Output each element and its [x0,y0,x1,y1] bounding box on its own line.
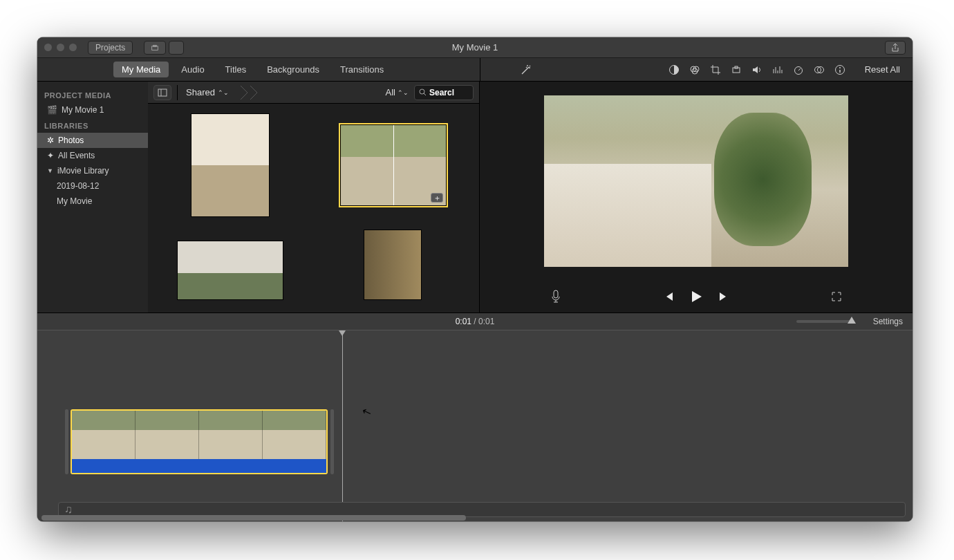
playback-controls [480,281,913,312]
skimmer-line [393,125,394,205]
current-time: 0:01 [456,317,471,326]
sidebar-item-event-date[interactable]: 2019-08-12 [37,178,148,194]
viewer-pane [480,82,913,312]
sidebar-item-label: All Events [58,151,95,160]
tab-transitions[interactable]: Transitions [332,62,392,77]
tab-audio[interactable]: Audio [173,62,212,77]
color-balance-icon[interactable] [668,64,680,75]
upper-pane: PROJECT MEDIA 🎬 My Movie 1 LIBRARIES ✲ P… [37,82,913,312]
import-button[interactable] [144,41,166,55]
dropdown-label: Shared [186,87,215,97]
dropdown-label: All [386,87,395,97]
viewer-canvas [480,82,913,281]
clip-trim-handle-left[interactable] [65,409,68,474]
window-controls[interactable] [44,44,77,51]
sidebar: PROJECT MEDIA 🎬 My Movie 1 LIBRARIES ✲ P… [37,82,148,312]
tab-my-media[interactable]: My Media [113,62,169,77]
enhance-wand-icon[interactable] [520,64,532,76]
timeline-clip[interactable] [71,409,328,474]
titlebar: Projects My Movie 1 [37,37,913,58]
breadcrumb [240,85,259,100]
add-to-timeline-button[interactable]: ＋ [431,193,443,203]
projects-button[interactable]: Projects [88,41,133,55]
download-button[interactable] [169,41,184,55]
timecode-display: 0:01 / 0:01 [456,317,495,326]
tab-backgrounds[interactable]: Backgrounds [259,62,328,77]
sidebar-item-movie[interactable]: 🎬 My Movie 1 [37,102,148,118]
disclosure-triangle-icon[interactable]: ▼ [47,167,53,174]
info-icon[interactable] [834,64,845,75]
media-thumbnails[interactable]: ＋ [148,104,479,312]
project-media-header: PROJECT MEDIA [37,87,148,102]
filter-all-dropdown[interactable]: All ⌃⌄ [386,87,409,97]
clapboard-icon: 🎬 [47,105,57,115]
media-thumb-building[interactable] [177,241,283,300]
sidebar-item-event-my-movie[interactable]: My Movie [37,194,148,209]
clip-audio-track[interactable] [72,459,326,473]
media-thumb-garden[interactable]: ＋ [340,124,447,206]
sidebar-item-label: My Movie [57,196,92,206]
share-icon [891,43,899,53]
voiceover-mic-button[interactable] [550,290,561,304]
sidebar-icon [158,88,167,97]
volume-icon[interactable] [751,64,763,75]
share-button[interactable] [885,41,906,55]
zoom-icon[interactable] [69,44,77,51]
chevron-right-icon [240,85,250,100]
sidebar-item-label: My Movie 1 [62,105,104,115]
reset-all-button[interactable]: Reset All [865,64,900,75]
timeline-settings-button[interactable]: Settings [873,317,903,326]
media-thumb-room[interactable] [191,113,270,217]
close-icon[interactable] [44,44,52,51]
imovie-window: Projects My Movie 1 My Media Audio Title… [37,37,913,521]
tab-titles[interactable]: Titles [217,62,255,77]
play-button[interactable] [689,290,703,304]
sidebar-item-all-events[interactable]: ✦ All Events [37,148,148,163]
crop-icon[interactable] [710,64,721,75]
star-icon: ✦ [47,151,54,160]
filters-icon[interactable] [814,64,825,75]
timecode-bar: 0:01 / 0:01 Settings [37,312,913,330]
shared-dropdown[interactable]: Shared ⌃⌄ [183,86,232,99]
media-browser: Shared ⌃⌄ All ⌃⌄ [148,82,480,312]
total-time: 0:01 [478,317,494,326]
stabilize-icon[interactable] [731,64,742,75]
svg-rect-13 [158,89,167,96]
clip-frames [72,411,326,459]
minimize-icon[interactable] [57,44,64,51]
sidebar-item-photos[interactable]: ✲ Photos [37,133,148,148]
next-button[interactable] [718,291,729,302]
sidebar-item-label: Photos [58,136,84,145]
zoom-slider[interactable] [796,320,852,323]
toggle-sidebar-button[interactable] [153,85,171,100]
svg-rect-17 [554,290,558,298]
chevron-right-icon [250,85,259,100]
previous-button[interactable] [663,291,674,302]
window-title: My Movie 1 [452,42,498,53]
updown-icon: ⌃⌄ [398,89,409,96]
updown-icon: ⌃⌄ [218,89,229,96]
svg-point-12 [839,67,841,68]
timeline[interactable]: ↖ ♫ [37,330,913,521]
import-icon [151,44,158,52]
preview-image [544,95,848,267]
time-separator: / [471,317,478,326]
scrollbar-thumb[interactable] [41,515,466,521]
search-input[interactable] [429,88,464,97]
fullscreen-button[interactable] [831,291,842,302]
clip-trim-handle-right[interactable] [330,409,334,474]
libraries-header: LIBRARIES [37,118,148,133]
speed-icon[interactable] [793,64,804,75]
media-thumb-couple[interactable] [364,230,422,300]
color-correction-icon[interactable] [689,64,700,75]
svg-point-15 [420,89,424,94]
playhead[interactable] [342,330,343,521]
sidebar-item-imovie-library[interactable]: ▼ iMovie Library [37,163,148,178]
browser-toolbar: Shared ⌃⌄ All ⌃⌄ [148,82,479,104]
noise-equalizer-icon[interactable] [772,64,783,75]
sidebar-item-label: 2019-08-12 [57,181,99,191]
svg-line-16 [424,93,426,95]
timeline-scrollbar[interactable] [41,514,908,521]
search-field[interactable] [414,85,474,100]
sidebar-item-label: iMovie Library [57,166,109,176]
